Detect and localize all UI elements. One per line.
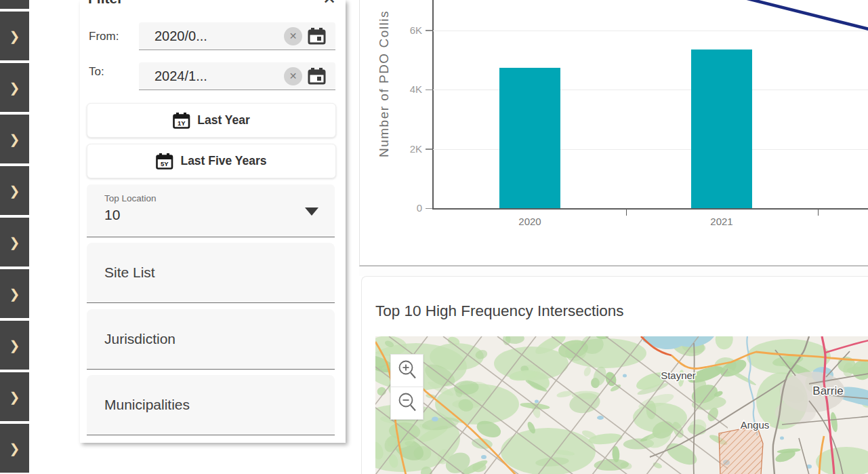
section-label: Jurisdiction (87, 331, 175, 347)
chart-plot-area: 02K4K6K20202021 (360, 0, 868, 265)
y-tick-label: 6K (395, 24, 422, 36)
trend-line-layer (360, 0, 868, 265)
cards-divider (359, 266, 868, 276)
sidebar-expand-button[interactable]: ❯ (0, 166, 29, 215)
section-label: Municipalities (87, 397, 190, 413)
bar-2020[interactable] (499, 68, 560, 208)
section-municipalities[interactable]: Municipalities (87, 375, 335, 435)
map-card-title: Top 10 High Frequency Intersections (375, 302, 623, 320)
chevron-right-icon: ❯ (9, 391, 20, 403)
y-axis-tick (426, 90, 432, 91)
from-calendar-icon[interactable] (308, 28, 326, 45)
sidebar-expand-button[interactable]: ❯ (0, 115, 29, 163)
magnifier-minus-icon (396, 391, 419, 416)
sidebar-expand-button[interactable] (0, 0, 29, 9)
y-tick-label: 4K (395, 83, 422, 95)
close-icon[interactable]: ✕ (323, 0, 336, 7)
intersections-map-card: Top 10 High Frequency Intersections (361, 276, 868, 474)
gridline (433, 149, 868, 150)
sidebar-expand-button[interactable]: ❯ (0, 218, 29, 266)
last-five-years-button[interactable]: 5Y Last Five Years (87, 144, 336, 178)
y-axis-tick (426, 208, 432, 210)
map-label-barrie: Barrie (812, 384, 843, 397)
top-location-label: Top Location (104, 193, 157, 203)
to-calendar-icon[interactable] (308, 68, 326, 85)
svg-text:5Y: 5Y (161, 160, 169, 167)
chevron-right-icon: ❯ (9, 339, 20, 352)
left-expander-rail: ❯ ❯ ❯ ❯ ❯ ❯ ❯ ❯ ❯ (0, 0, 29, 474)
map-zoom-controls (390, 354, 423, 420)
filter-panel-title: Filter (88, 0, 123, 7)
magnifier-plus-icon (396, 359, 419, 383)
x-axis-tick (818, 210, 819, 216)
pdo-collisions-chart-card: Number of PDO Collis 02K4K6K20202021 (359, 0, 868, 266)
chevron-right-icon: ❯ (9, 184, 20, 197)
from-date-value: 2020/0... (139, 28, 284, 44)
top-location-value: 10 (104, 207, 120, 223)
sidebar-expand-button[interactable]: ❯ (0, 269, 29, 318)
chevron-right-icon: ❯ (9, 81, 20, 94)
chevron-right-icon: ❯ (9, 30, 20, 43)
to-label: To: (89, 65, 104, 79)
clear-from-date-button[interactable]: ✕ (284, 27, 302, 45)
x-axis-line (432, 208, 868, 210)
calendar-1y-icon: 1Y (173, 113, 190, 129)
calendar-icon (308, 68, 326, 85)
y-axis-tick (426, 30, 432, 31)
chevron-right-icon: ❯ (9, 442, 20, 455)
map-restricted-area (719, 426, 763, 474)
gridline (433, 31, 868, 31)
y-tick-label: 0 (395, 202, 422, 214)
svg-text:1Y: 1Y (178, 119, 186, 127)
last-year-label: Last Year (197, 113, 250, 127)
y-axis-tick (426, 149, 432, 150)
sidebar-expand-button[interactable]: ❯ (0, 424, 29, 473)
map-label-angus: Angus (741, 419, 770, 431)
section-site-list[interactable]: Site List (87, 243, 335, 303)
sidebar-expand-button[interactable]: ❯ (0, 372, 29, 421)
chevron-right-icon: ❯ (9, 288, 20, 300)
y-tick-label: 2K (395, 143, 422, 155)
chevron-right-icon: ❯ (9, 236, 20, 249)
last-five-years-label: Last Five Years (180, 154, 266, 168)
last-year-button[interactable]: 1Y Last Year (87, 103, 336, 138)
clear-to-date-button[interactable]: ✕ (284, 67, 302, 85)
chevron-right-icon: ❯ (9, 133, 20, 146)
calendar-icon (308, 28, 326, 45)
zoom-out-button[interactable] (391, 387, 423, 419)
map-canvas: Stayner Barrie Angus (375, 336, 868, 474)
map-label-stayner: Stayner (661, 370, 696, 381)
to-date-value: 2024/1... (139, 68, 284, 84)
sidebar-expand-button[interactable]: ❯ (0, 12, 29, 60)
section-label: Site List (87, 264, 155, 281)
x-tick-label: 2020 (503, 216, 557, 227)
calendar-5y-icon: 5Y (156, 153, 173, 170)
top-location-dropdown[interactable]: Top Location 10 (87, 184, 335, 237)
sidebar-expand-button[interactable]: ❯ (0, 63, 29, 112)
to-date-field[interactable]: 2024/1... ✕ (139, 62, 335, 90)
zoom-in-button[interactable] (391, 355, 423, 387)
bar-2021[interactable] (691, 50, 752, 209)
sidebar-expand-button[interactable]: ❯ (0, 321, 29, 370)
trend-line (722, 0, 868, 40)
filter-panel: Filter ✕ From: 2020/0... ✕ To: 2024/1...… (80, 0, 346, 443)
section-jurisdiction[interactable]: Jurisdiction (87, 309, 335, 370)
x-tick-label: 2021 (695, 216, 749, 227)
from-date-field[interactable]: 2020/0... ✕ (139, 22, 335, 50)
chevron-down-icon (305, 208, 318, 216)
x-axis-tick (626, 210, 627, 216)
from-label: From: (89, 30, 119, 43)
gridline (433, 90, 868, 90)
map[interactable]: Stayner Barrie Angus (375, 336, 868, 474)
y-axis-line (432, 0, 434, 208)
